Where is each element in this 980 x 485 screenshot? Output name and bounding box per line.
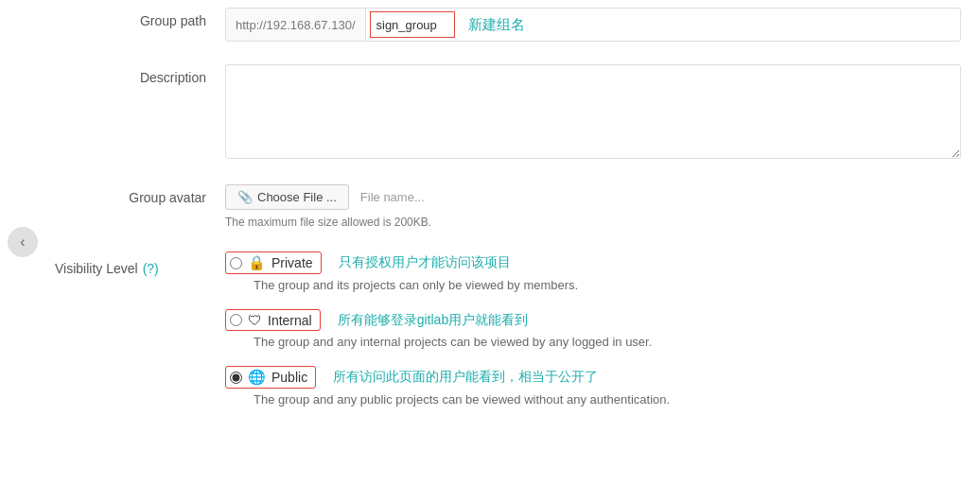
avatar-row: Group avatar 📎 Choose File ... File name… (55, 184, 961, 229)
file-size-note: The maximum file size allowed is 200KB. (225, 216, 961, 229)
avatar-file-wrapper: 📎 Choose File ... File name... (225, 184, 961, 210)
group-path-control: http://192.168.67.130/ sign_group 新建组名 (225, 8, 961, 42)
globe-icon: 🌐 (248, 369, 266, 386)
visibility-options: 🔒 Private 只有授权用户才能访问该项目 The group and it… (225, 251, 961, 407)
visibility-private-box: 🔒 Private (225, 251, 322, 274)
visibility-control: 🔒 Private 只有授权用户才能访问该项目 The group and it… (225, 251, 961, 407)
choose-file-button[interactable]: 📎 Choose File ... (225, 184, 349, 210)
visibility-public-name: Public (271, 370, 307, 385)
visibility-option-private: 🔒 Private 只有授权用户才能访问该项目 The group and it… (225, 251, 961, 292)
visibility-private-radio[interactable] (230, 257, 242, 269)
visibility-row: Visibility Level (?) 🔒 Private (55, 251, 961, 407)
lock-icon: 🔒 (248, 254, 266, 271)
visibility-public-desc: The group and any public projects can be… (254, 392, 961, 407)
group-path-new-name: 新建组名 (459, 16, 534, 34)
visibility-internal-header: 🛡 Internal 所有能够登录gitlab用户就能看到 (225, 309, 961, 331)
visibility-label-wrapper: Visibility Level (?) (55, 251, 225, 276)
visibility-private-desc: The group and its projects can only be v… (254, 278, 961, 292)
sidebar-toggle-button[interactable]: ‹ (8, 227, 38, 257)
group-path-label: Group path (55, 8, 225, 28)
visibility-label: Visibility Level (55, 261, 138, 276)
visibility-internal-radio[interactable] (230, 314, 242, 326)
visibility-public-chinese: 所有访问此页面的用户能看到，相当于公开了 (333, 369, 598, 386)
avatar-label: Group avatar (55, 184, 225, 205)
visibility-option-public: 🌐 Public 所有访问此页面的用户能看到，相当于公开了 The group … (225, 366, 961, 407)
avatar-control: 📎 Choose File ... File name... The maxim… (225, 184, 961, 229)
visibility-help[interactable]: (?) (143, 261, 159, 276)
group-path-input[interactable]: sign_group (370, 11, 455, 38)
description-label: Description (55, 64, 225, 85)
visibility-internal-box: 🛡 Internal (225, 309, 321, 331)
group-path-row: Group path http://192.168.67.130/ sign_g… (55, 8, 961, 42)
description-textarea[interactable] (225, 64, 961, 159)
visibility-private-chinese: 只有授权用户才能访问该项目 (339, 254, 511, 271)
visibility-public-header: 🌐 Public 所有访问此页面的用户能看到，相当于公开了 (225, 366, 961, 389)
group-path-wrapper: http://192.168.67.130/ sign_group 新建组名 (225, 8, 961, 42)
visibility-public-radio[interactable] (230, 372, 242, 384)
visibility-internal-desc: The group and any internal projects can … (254, 335, 961, 349)
paperclip-icon: 📎 (237, 190, 253, 204)
file-name-placeholder: File name... (360, 190, 425, 204)
visibility-private-header: 🔒 Private 只有授权用户才能访问该项目 (225, 251, 961, 274)
shield-icon: 🛡 (248, 312, 262, 328)
description-control (225, 64, 961, 162)
visibility-private-name: Private (271, 255, 313, 270)
chevron-left-icon: ‹ (20, 234, 25, 251)
group-path-prefix: http://192.168.67.130/ (226, 9, 366, 41)
visibility-public-box: 🌐 Public (225, 366, 316, 389)
visibility-internal-chinese: 所有能够登录gitlab用户就能看到 (338, 312, 528, 329)
choose-file-label: Choose File ... (257, 190, 337, 204)
visibility-option-internal: 🛡 Internal 所有能够登录gitlab用户就能看到 The group … (225, 309, 961, 349)
description-row: Description (55, 64, 961, 162)
visibility-internal-name: Internal (268, 313, 312, 328)
